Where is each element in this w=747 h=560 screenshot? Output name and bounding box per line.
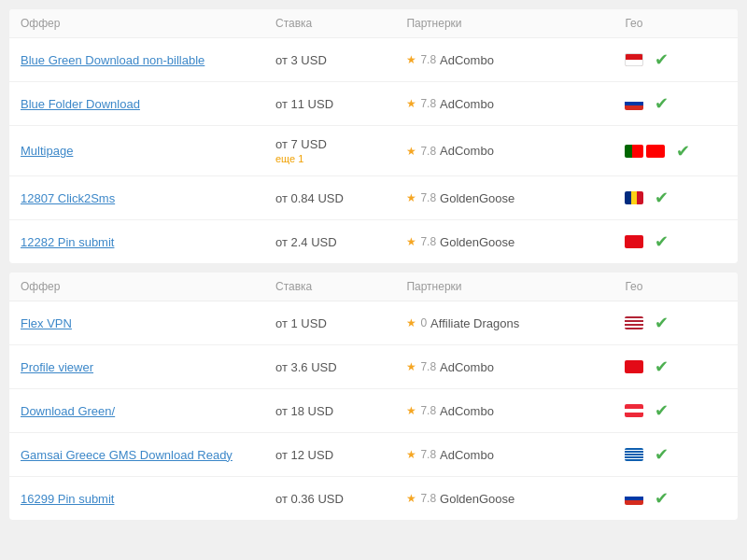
- offer-link-0-2[interactable]: Multipage: [21, 144, 73, 158]
- partner-rating: 7.8: [420, 360, 436, 373]
- geo-flags: ✔: [625, 357, 726, 377]
- geo-flags: ✔: [625, 93, 726, 114]
- flag-ru: [625, 97, 643, 110]
- rate-value: от 12 USD: [275, 448, 333, 462]
- offer-link-0-4[interactable]: 12282 Pin submit: [21, 235, 114, 249]
- partner-name: Affiliate Dragons: [430, 316, 519, 330]
- partner-rating: 7.8: [420, 404, 436, 417]
- partner-cell-0-1: ★7.8AdCombo: [395, 82, 613, 126]
- flag-tr: [625, 360, 643, 373]
- offer-cell-1-4: 16299 Pin submit: [9, 477, 264, 521]
- active-check-icon: ✔: [655, 231, 669, 252]
- partner-cell-1-2: ★7.8AdCombo: [395, 389, 613, 433]
- col-header-rate: Ставка: [264, 273, 395, 301]
- geo-cell-1-0: ✔: [613, 301, 738, 345]
- offer-cell-1-1: Profile viewer: [9, 345, 264, 389]
- offer-cell-1-3: Gamsai Greece GMS Download Ready: [9, 433, 264, 477]
- page: ОфферСтавкаПартнеркиГеоBlue Green Downlo…: [0, 0, 747, 560]
- offer-cell-0-0: Blue Green Download non-billable: [9, 38, 264, 82]
- geo-cell-1-4: ✔: [613, 477, 738, 521]
- table-row: Multipageот 7 USDеще 1★7.8AdCombo✔: [9, 126, 738, 176]
- partner-rating: 7.8: [420, 448, 436, 461]
- rate-cell-0-1: от 11 USD: [264, 82, 395, 126]
- table-row: 16299 Pin submitот 0.36 USD★7.8GoldenGoo…: [9, 477, 738, 521]
- geo-cell-1-2: ✔: [613, 389, 738, 433]
- star-icon: ★: [406, 145, 416, 158]
- geo-flags: ✔: [625, 313, 726, 333]
- rate-value: от 0.84 USD: [275, 191, 344, 205]
- partner-cell-1-3: ★7.8AdCombo: [395, 433, 613, 477]
- partner-cell-0-3: ★7.8GoldenGoose: [395, 176, 613, 220]
- active-check-icon: ✔: [655, 93, 669, 114]
- rate-value: от 3.6 USD: [275, 360, 337, 374]
- rate-value: от 11 USD: [275, 97, 333, 111]
- geo-flags: ✔: [625, 400, 726, 421]
- partner-name: AdCombo: [440, 448, 494, 462]
- geo-flags: ✔: [625, 488, 726, 509]
- star-icon: ★: [406, 404, 416, 417]
- active-check-icon: ✔: [655, 444, 669, 465]
- star-icon: ★: [406, 448, 416, 461]
- partner-name: GoldenGoose: [440, 492, 514, 506]
- geo-cell-1-3: ✔: [613, 433, 738, 477]
- flag-tr: [625, 235, 643, 248]
- rate-value: от 1 USD: [275, 316, 327, 330]
- offer-link-1-0[interactable]: Flex VPN: [21, 316, 72, 330]
- star-icon: ★: [406, 235, 416, 248]
- active-check-icon: ✔: [655, 400, 669, 421]
- flag-ru2: [625, 492, 643, 505]
- rate-cell-1-4: от 0.36 USD: [264, 477, 395, 521]
- table-row: Blue Folder Downloadот 11 USD★7.8AdCombo…: [9, 82, 738, 126]
- partner-name: AdCombo: [440, 144, 494, 158]
- col-header-rate: Ставка: [264, 9, 395, 38]
- rate-cell-1-2: от 18 USD: [264, 389, 395, 433]
- geo-cell-0-2: ✔: [613, 126, 738, 176]
- flag-ro: [625, 191, 643, 204]
- active-check-icon: ✔: [655, 357, 669, 377]
- partner-cell-1-1: ★7.8AdCombo: [395, 345, 613, 389]
- partner-name: AdCombo: [440, 53, 494, 67]
- offer-link-1-2[interactable]: Download Green/: [21, 404, 115, 418]
- rate-cell-0-2: от 7 USDеще 1: [264, 126, 395, 176]
- section-1: ОфферСтавкаПартнеркиГеоBlue Green Downlo…: [9, 9, 738, 263]
- geo-cell-0-0: ✔: [613, 38, 738, 82]
- table-row: 12282 Pin submitот 2.4 USD★7.8GoldenGoos…: [9, 220, 738, 264]
- geo-cell-0-4: ✔: [613, 220, 738, 264]
- offer-link-0-3[interactable]: 12807 Click2Sms: [21, 191, 115, 205]
- offer-cell-0-3: 12807 Click2Sms: [9, 176, 264, 220]
- flag-at: [625, 404, 643, 417]
- star-icon: ★: [406, 53, 416, 66]
- offer-link-1-4[interactable]: 16299 Pin submit: [21, 492, 114, 506]
- rate-value: от 0.36 USD: [275, 492, 344, 506]
- geo-cell-0-1: ✔: [613, 82, 738, 126]
- offer-link-1-1[interactable]: Profile viewer: [21, 360, 93, 374]
- offer-link-1-3[interactable]: Gamsai Greece GMS Download Ready: [21, 448, 233, 462]
- rate-cell-1-0: от 1 USD: [264, 301, 395, 345]
- section-2: ОфферСтавкаПартнеркиГеоFlex VPNот 1 USD★…: [9, 273, 738, 520]
- offer-cell-1-0: Flex VPN: [9, 301, 264, 345]
- table-row: 12807 Click2Smsот 0.84 USD★7.8GoldenGoos…: [9, 176, 738, 220]
- partner-cell-0-2: ★7.8AdCombo: [395, 126, 613, 176]
- rate-cell-0-4: от 2.4 USD: [264, 220, 395, 264]
- table-row: Gamsai Greece GMS Download Readyот 12 US…: [9, 433, 738, 477]
- star-icon: ★: [406, 316, 416, 329]
- partner-rating: 7.8: [420, 235, 436, 248]
- rate-extra: еще 1: [275, 153, 384, 164]
- offer-link-0-0[interactable]: Blue Green Download non-billable: [21, 53, 204, 67]
- offer-cell-0-2: Multipage: [9, 126, 264, 176]
- active-check-icon: ✔: [655, 313, 669, 333]
- flag-cz: [625, 53, 643, 66]
- active-check-icon: ✔: [655, 188, 669, 208]
- star-icon: ★: [406, 360, 416, 373]
- rate-cell-0-0: от 3 USD: [264, 38, 395, 82]
- rate-value: от 18 USD: [275, 404, 333, 418]
- partner-rating: 7.8: [420, 145, 436, 158]
- partner-rating: 0: [420, 316, 427, 329]
- flag-gr: [625, 448, 643, 461]
- offer-link-0-1[interactable]: Blue Folder Download: [21, 97, 140, 111]
- geo-cell-0-3: ✔: [613, 176, 738, 220]
- geo-cell-1-1: ✔: [613, 345, 738, 389]
- offer-cell-0-4: 12282 Pin submit: [9, 220, 264, 264]
- partner-rating: 7.8: [420, 53, 436, 66]
- rate-cell-1-3: от 12 USD: [264, 433, 395, 477]
